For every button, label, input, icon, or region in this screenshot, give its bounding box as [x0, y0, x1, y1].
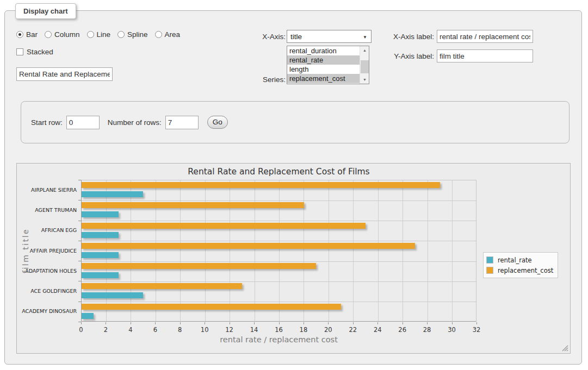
chart-type-radio-label: Column — [54, 30, 80, 39]
series-option-rental_rate[interactable]: rental_rate — [287, 55, 369, 65]
radio-icon[interactable] — [117, 31, 125, 38]
chart-panel: Rental Rate and Replacement Cost of Film… — [16, 163, 571, 354]
legend-swatch — [486, 267, 493, 274]
stacked-checkbox-row[interactable]: Stacked — [16, 48, 53, 56]
plot-area — [81, 180, 476, 322]
x-tick-label: 0 — [72, 326, 90, 334]
y-tick-mark — [78, 200, 81, 200]
legend-label: rental_rate — [498, 256, 532, 264]
bar-replacement_cost — [82, 304, 341, 310]
y-axis-label-input[interactable] — [437, 49, 533, 62]
legend-item-rental_rate: rental_rate — [486, 255, 553, 265]
x-tick-mark — [279, 322, 280, 324]
bar-rental_rate — [82, 313, 94, 319]
x-tick-label: 22 — [344, 326, 362, 334]
x-tick-label: 10 — [195, 326, 214, 334]
number-of-rows-label: Number of rows: — [108, 118, 162, 127]
y-tick-mark — [78, 221, 81, 221]
gridline — [403, 180, 403, 321]
x-tick-mark — [476, 322, 477, 324]
bar-replacement_cost — [82, 283, 242, 289]
scroll-up-icon[interactable]: ▲ — [360, 46, 369, 54]
chart-type-radio-line[interactable]: Line — [87, 30, 111, 39]
x-tick-label: 30 — [443, 326, 461, 334]
fieldset-legend: Display chart — [15, 3, 76, 19]
series-options: rental_durationrental_ratelengthreplacem… — [287, 46, 369, 83]
x-tick-mark — [304, 322, 304, 324]
chart-legend: rental_ratereplacement_cost — [483, 252, 558, 278]
x-tick-mark — [328, 322, 329, 324]
series-listbox[interactable]: rental_durationrental_ratelengthreplacem… — [287, 46, 369, 84]
gridline — [230, 180, 230, 321]
gridline — [304, 180, 304, 321]
gridline — [82, 302, 476, 302]
x-tick-label: 4 — [121, 326, 140, 334]
x-tick-label: 24 — [368, 326, 387, 334]
bar-rental_rate — [82, 272, 119, 278]
x-tick-label: 26 — [393, 326, 412, 334]
bar-rental_rate — [82, 191, 143, 197]
x-axis-label-field-label: X-Axis label: — [389, 33, 434, 41]
x-tick-label: 16 — [270, 326, 288, 334]
gridline — [329, 180, 329, 321]
legend-swatch — [486, 256, 493, 264]
x-tick-mark — [353, 322, 354, 324]
scroll-down-icon[interactable]: ▼ — [360, 76, 369, 84]
chart-title: Rental Rate and Replacement Cost of Film… — [17, 167, 541, 177]
radio-icon[interactable] — [87, 31, 94, 38]
x-tick-mark — [230, 322, 230, 324]
bar-rental_rate — [82, 211, 119, 217]
radio-icon[interactable] — [155, 31, 162, 38]
x-axis-title: rental rate / replacement cost — [81, 335, 476, 344]
y-tick-mark — [78, 261, 81, 261]
chart-type-radio-column[interactable]: Column — [45, 30, 80, 39]
x-axis-select[interactable]: title ▼ — [287, 30, 372, 43]
chart-type-radio-bar[interactable]: Bar — [16, 30, 38, 39]
gridline — [82, 261, 476, 262]
y-tick-mark — [78, 302, 81, 302]
x-tick-mark — [155, 322, 156, 324]
bar-rental_rate — [82, 292, 143, 298]
chart-title-input[interactable] — [16, 67, 113, 81]
gridline — [82, 241, 476, 241]
listbox-scrollbar[interactable]: ▲ ▼ — [360, 46, 369, 84]
y-axis-title: film title — [20, 180, 31, 322]
x-tick-mark — [81, 322, 82, 324]
x-tick-mark — [254, 322, 255, 324]
stacked-checkbox[interactable] — [16, 48, 23, 55]
chart-type-radio-label: Area — [165, 30, 181, 39]
chart-type-radio-area[interactable]: Area — [155, 30, 181, 39]
scrollbar-thumb[interactable] — [361, 60, 369, 73]
resize-handle[interactable] — [562, 345, 568, 352]
gridline — [131, 180, 131, 321]
y-tick-mark — [78, 322, 81, 322]
gridline — [106, 180, 107, 321]
series-option-length[interactable]: length — [287, 65, 369, 74]
legend-label: replacement_cost — [498, 267, 553, 274]
x-tick-label: 14 — [245, 326, 263, 334]
bar-replacement_cost — [82, 202, 304, 208]
radio-icon[interactable] — [16, 31, 23, 38]
go-button[interactable]: Go — [207, 116, 228, 129]
gridline — [255, 180, 255, 321]
gridline — [82, 200, 476, 201]
x-tick-mark — [205, 322, 205, 324]
y-tick-mark — [78, 241, 81, 241]
gridline — [156, 180, 156, 321]
x-tick-mark — [403, 322, 403, 324]
gridline — [279, 180, 280, 321]
x-tick-label: 32 — [467, 326, 486, 334]
series-option-replacement_cost[interactable]: replacement_cost — [287, 74, 369, 83]
radio-icon[interactable] — [45, 31, 52, 38]
x-tick-mark — [131, 322, 131, 324]
x-tick-label: 2 — [96, 326, 115, 334]
stacked-label: Stacked — [27, 48, 53, 56]
series-option-rental_duration[interactable]: rental_duration — [287, 46, 369, 55]
chart-type-radio-spline[interactable]: Spline — [117, 30, 148, 39]
chart-type-radio-label: Bar — [26, 30, 38, 39]
start-row-input[interactable] — [66, 116, 100, 129]
number-of-rows-input[interactable] — [165, 116, 199, 129]
bar-replacement_cost — [82, 263, 316, 269]
bar-rental_rate — [82, 232, 119, 238]
x-axis-label-input[interactable] — [437, 30, 533, 43]
